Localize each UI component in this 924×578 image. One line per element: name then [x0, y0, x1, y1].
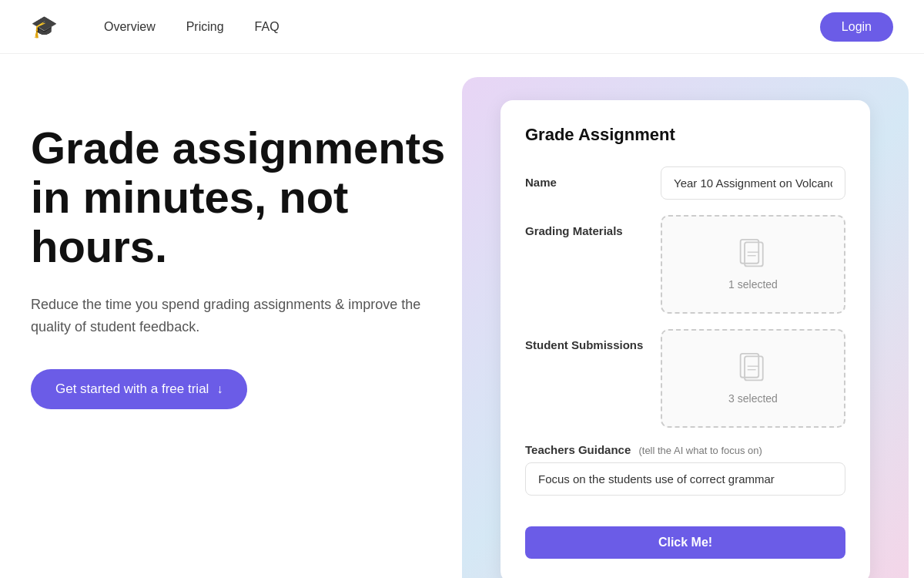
student-submissions-form-row: Student Submissions 3 selected — [525, 329, 845, 428]
nav-overview[interactable]: Overview — [104, 20, 156, 34]
teachers-guidance-sub: (tell the AI what to focus on) — [638, 445, 762, 456]
cta-label: Get started with a free trial — [55, 381, 209, 397]
student-submissions-selected-text: 3 selected — [675, 392, 832, 405]
nav-pricing[interactable]: Pricing — [186, 20, 224, 34]
cta-arrow-icon: ↓ — [216, 382, 223, 396]
hero-subtitle: Reduce the time you spend grading assign… — [31, 294, 431, 338]
card-section: Grade Assignment Name Grading Materials — [477, 100, 893, 578]
student-submissions-label: Student Submissions — [525, 329, 648, 351]
svg-rect-0 — [741, 240, 759, 264]
grading-materials-selected-text: 1 selected — [675, 278, 832, 291]
navbar: 🎓 Overview Pricing FAQ Login — [0, 0, 924, 54]
svg-rect-5 — [745, 356, 763, 380]
logo-icon: 🎓 — [31, 14, 58, 39]
teachers-guidance-input[interactable] — [525, 462, 845, 496]
logo[interactable]: 🎓 — [31, 14, 58, 39]
name-form-row: Name — [525, 166, 845, 200]
student-submissions-upload[interactable]: 3 selected — [661, 329, 845, 428]
submit-button[interactable]: Click Me! — [525, 526, 845, 559]
name-input-wrapper — [661, 166, 845, 200]
grading-materials-input-wrapper: 1 selected — [661, 215, 845, 314]
svg-rect-4 — [741, 354, 759, 378]
grading-materials-upload[interactable]: 1 selected — [661, 215, 845, 314]
main-content: Grade assignments in minutes, not hours.… — [0, 54, 924, 578]
svg-rect-1 — [745, 242, 763, 266]
grading-materials-file-icon — [675, 238, 832, 272]
teachers-guidance-form-group: Teachers Guidance (tell the AI what to f… — [525, 443, 845, 496]
login-button[interactable]: Login — [820, 12, 893, 42]
name-input[interactable] — [661, 166, 845, 200]
hero-section: Grade assignments in minutes, not hours.… — [31, 100, 477, 409]
student-submissions-input-wrapper: 3 selected — [661, 329, 845, 428]
nav-links: Overview Pricing FAQ — [104, 20, 820, 34]
nav-faq[interactable]: FAQ — [255, 20, 280, 34]
grading-materials-form-row: Grading Materials 1 selected — [525, 215, 845, 314]
teachers-guidance-label: Teachers Guidance (tell the AI what to f… — [525, 443, 845, 456]
student-submissions-file-icon — [675, 352, 832, 386]
grade-assignment-card: Grade Assignment Name Grading Materials — [500, 100, 870, 578]
hero-headline: Grade assignments in minutes, not hours. — [31, 123, 477, 271]
cta-button[interactable]: Get started with a free trial ↓ — [31, 369, 247, 409]
card-title: Grade Assignment — [525, 125, 845, 145]
grading-materials-label: Grading Materials — [525, 215, 648, 237]
name-label: Name — [525, 166, 648, 189]
